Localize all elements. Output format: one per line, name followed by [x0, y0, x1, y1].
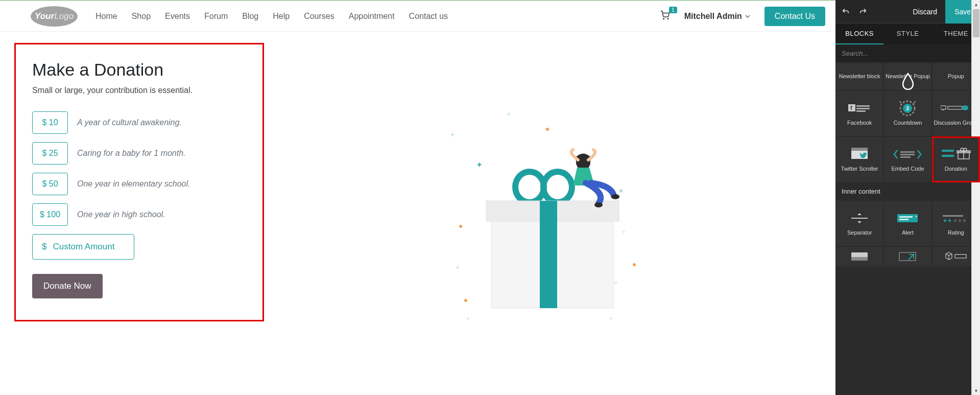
- svg-point-17: [515, 172, 544, 202]
- block-label: Embed Code: [891, 166, 924, 172]
- svg-text:+: +: [614, 278, 618, 287]
- site-header: YourLogo Home Shop Events Forum Blog Hel…: [0, 1, 835, 32]
- block-search-input[interactable]: [841, 47, 975, 60]
- block-facebook[interactable]: f Facebook: [835, 90, 883, 136]
- nav-appointment[interactable]: Appointment: [349, 12, 395, 21]
- block-card-partial-1[interactable]: [835, 246, 883, 267]
- svg-rect-33: [941, 106, 946, 109]
- nav-help[interactable]: Help: [273, 12, 290, 21]
- countdown-icon: 3: [898, 100, 917, 117]
- svg-rect-28: [856, 108, 870, 109]
- svg-rect-58: [955, 254, 966, 258]
- donation-subtitle: Small or large, your contribution is ess…: [32, 86, 246, 95]
- svg-rect-52: [943, 215, 963, 217]
- undo-icon: [842, 8, 850, 16]
- block-label: Donation: [945, 166, 967, 172]
- nav-forum[interactable]: Forum: [204, 12, 228, 21]
- custom-amount-input[interactable]: [53, 242, 124, 252]
- block-separator[interactable]: Separator: [835, 200, 883, 246]
- svg-text:+: +: [609, 314, 613, 322]
- block-label: Countdown: [894, 120, 922, 126]
- svg-text:3: 3: [906, 106, 910, 111]
- svg-text:×: ×: [915, 214, 918, 219]
- separator-icon: [849, 210, 870, 226]
- donation-desc-100: One year in high school.: [77, 210, 165, 219]
- donate-now-button[interactable]: Donate Now: [32, 274, 103, 298]
- svg-text:✦: ✦: [476, 160, 483, 169]
- block-label: Separator: [847, 229, 872, 236]
- svg-rect-21: [540, 201, 557, 308]
- svg-text:+: +: [450, 130, 455, 138]
- share-icon: [898, 248, 917, 265]
- donation-icon: [941, 146, 971, 162]
- scroll-thumb[interactable]: [973, 9, 979, 37]
- nav-courses[interactable]: Courses: [304, 12, 334, 21]
- box-icon: [944, 248, 968, 265]
- donation-amount-100[interactable]: $ 100: [32, 203, 68, 226]
- alert-icon: ×: [896, 210, 919, 226]
- vertical-scrollbar[interactable]: ▲ ▼: [971, 0, 980, 395]
- svg-text:★★: ★★: [943, 218, 952, 222]
- block-newsletter[interactable]: Newsletter block: [835, 63, 883, 90]
- block-countdown[interactable]: 3 Countdown: [883, 90, 931, 136]
- block-newsletter-popup[interactable]: Newsletter Popup: [883, 63, 931, 90]
- svg-text:f: f: [850, 105, 852, 111]
- svg-rect-48: [897, 214, 918, 222]
- block-alert[interactable]: × Alert: [883, 200, 931, 246]
- block-card-partial-2[interactable]: [883, 246, 931, 267]
- donation-amount-25[interactable]: $ 25: [32, 142, 68, 165]
- nav-links: Home Shop Events Forum Blog Help Courses…: [95, 12, 448, 21]
- logo-text-1: Your: [35, 11, 54, 21]
- blocks-panel[interactable]: Newsletter block Newsletter Popup Popup …: [835, 63, 980, 395]
- donation-amount-50[interactable]: $ 50: [32, 173, 68, 195]
- logo-text-2: Logo: [54, 11, 74, 21]
- logo[interactable]: YourLogo: [31, 6, 78, 27]
- block-twitter-scroller[interactable]: Twitter Scroller: [835, 136, 883, 182]
- svg-point-0: [663, 18, 664, 19]
- nav-home[interactable]: Home: [95, 12, 117, 21]
- donation-desc-10: A year of cultural awakening.: [77, 118, 182, 127]
- svg-point-18: [543, 172, 572, 202]
- block-label: Newsletter block: [839, 73, 880, 80]
- nav-shop[interactable]: Shop: [132, 12, 151, 21]
- drop-cursor-icon: [901, 73, 915, 90]
- block-embed-code[interactable]: Embed Code: [883, 136, 931, 182]
- user-name: Mitchell Admin: [684, 12, 742, 21]
- inner-content-section: Inner content: [835, 182, 980, 200]
- user-dropdown[interactable]: Mitchell Admin: [684, 12, 750, 21]
- svg-rect-49: [899, 216, 913, 218]
- svg-point-16: [633, 263, 636, 266]
- redo-icon: [859, 8, 867, 16]
- donation-block[interactable]: Make a Donation Small or large, your con…: [14, 43, 264, 321]
- redo-button[interactable]: [857, 6, 869, 18]
- chevron-down-icon: [745, 14, 750, 19]
- tab-blocks[interactable]: BLOCKS: [835, 24, 883, 44]
- card-icon: [850, 248, 869, 265]
- editor-sidebar: Discard Save BLOCKS STYLE THEME Newslett…: [835, 0, 980, 395]
- svg-text:+: +: [466, 314, 470, 322]
- custom-amount-field[interactable]: $: [32, 234, 134, 260]
- svg-point-1: [667, 18, 668, 19]
- nav-contact-us[interactable]: Contact us: [409, 12, 448, 21]
- svg-rect-41: [942, 155, 954, 157]
- svg-point-23: [611, 194, 619, 199]
- cart-count-badge: 1: [669, 7, 677, 13]
- nav-blog[interactable]: Blog: [242, 12, 258, 21]
- block-label: Rating: [948, 229, 964, 236]
- tab-style[interactable]: STYLE: [883, 24, 931, 44]
- block-donation[interactable]: Donation: [932, 136, 980, 182]
- svg-rect-39: [900, 156, 911, 158]
- undo-button[interactable]: [840, 6, 852, 18]
- block-label: Alert: [902, 229, 914, 236]
- discard-button[interactable]: Discard: [908, 5, 942, 19]
- scroll-down-arrow[interactable]: ▼: [972, 386, 980, 395]
- discussion-icon: [941, 100, 971, 117]
- nav-events[interactable]: Events: [165, 12, 190, 21]
- cart-button[interactable]: 1: [660, 11, 670, 22]
- contact-us-button[interactable]: Contact Us: [764, 7, 825, 26]
- scroll-up-arrow[interactable]: ▲: [972, 0, 980, 9]
- svg-text:+: +: [456, 263, 460, 271]
- donation-amount-10[interactable]: $ 10: [32, 111, 68, 134]
- svg-point-15: [464, 299, 467, 302]
- svg-text:+: +: [619, 187, 623, 195]
